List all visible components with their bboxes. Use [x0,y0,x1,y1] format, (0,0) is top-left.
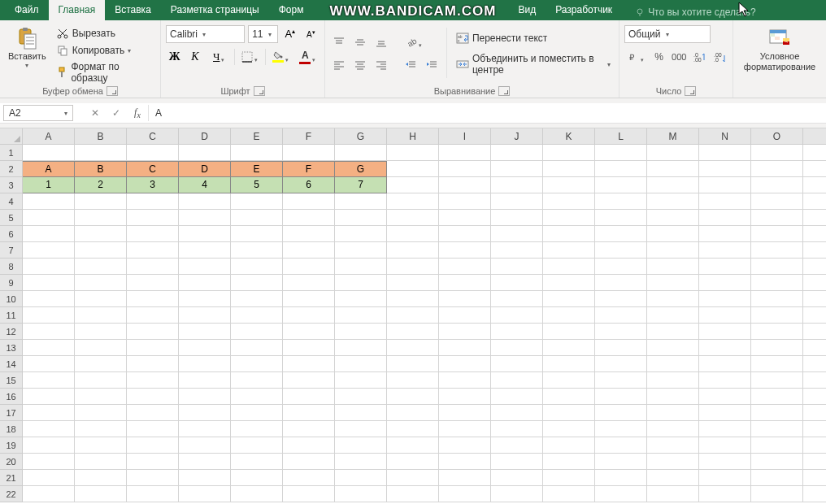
cell[interactable] [283,193,335,210]
cell[interactable] [23,275,75,291]
cell[interactable]: G [335,161,387,177]
cell[interactable] [699,356,751,372]
cell[interactable] [387,161,439,177]
cell[interactable] [179,389,231,405]
cell[interactable] [23,226,75,242]
cell[interactable] [335,275,387,291]
formula-input[interactable]: A [148,105,826,121]
row-header[interactable]: 12 [0,324,23,340]
cell[interactable] [439,356,491,372]
cell[interactable] [231,291,283,307]
comma-format-button[interactable]: 000 [671,48,688,66]
row-header[interactable]: 11 [0,307,23,324]
cell[interactable] [595,389,647,405]
cell[interactable] [699,242,751,259]
cell[interactable] [699,340,751,356]
cell[interactable] [179,437,231,454]
cell[interactable] [179,210,231,226]
cell[interactable] [595,177,647,193]
cell[interactable] [179,421,231,437]
cell[interactable] [179,486,231,502]
cell[interactable] [75,389,127,405]
cell[interactable]: 1 [23,177,75,193]
cell[interactable] [699,454,751,470]
cell[interactable] [491,145,543,161]
cell[interactable] [699,372,751,389]
cell[interactable] [751,226,803,242]
cell[interactable] [543,486,595,502]
cell[interactable] [387,307,439,324]
cell[interactable] [231,193,283,210]
column-header[interactable]: G [335,128,387,144]
cell[interactable] [647,324,699,340]
cell[interactable] [439,275,491,291]
row-header[interactable]: 18 [0,421,23,437]
cell[interactable] [439,259,491,275]
italic-button[interactable]: К [186,48,203,66]
cell[interactable] [335,437,387,454]
cell[interactable] [751,372,803,389]
cell[interactable] [491,405,543,421]
cell[interactable] [491,356,543,372]
cell[interactable] [751,437,803,454]
cell[interactable] [23,372,75,389]
cell[interactable] [803,291,826,307]
cell[interactable] [439,324,491,340]
cell[interactable] [751,275,803,291]
cell[interactable]: 7 [335,177,387,193]
select-all-button[interactable] [0,128,23,144]
cell[interactable] [127,340,179,356]
cell[interactable] [751,145,803,161]
align-center-button[interactable] [351,56,369,74]
cell[interactable] [127,437,179,454]
cell[interactable] [803,405,826,421]
cell[interactable] [335,226,387,242]
cell[interactable] [751,307,803,324]
cell[interactable] [543,470,595,486]
cell[interactable] [23,340,75,356]
cell[interactable] [491,421,543,437]
cell[interactable] [127,324,179,340]
cell[interactable] [387,421,439,437]
cell[interactable] [647,470,699,486]
cell[interactable] [647,161,699,177]
column-header[interactable]: J [491,128,543,144]
cell[interactable] [595,405,647,421]
cell[interactable] [803,324,826,340]
column-header[interactable]: L [595,128,647,144]
cell[interactable] [647,275,699,291]
cell[interactable] [23,307,75,324]
cell[interactable] [23,421,75,437]
cell[interactable] [803,193,826,210]
tab-file[interactable]: Файл [5,0,49,20]
cell[interactable] [439,161,491,177]
cell[interactable] [335,454,387,470]
align-top-button[interactable] [330,33,348,51]
decrease-decimal-button[interactable]: .00.0 [711,48,728,66]
tab-home[interactable]: Главная [49,0,106,20]
cell[interactable] [491,486,543,502]
cell[interactable] [595,372,647,389]
cut-button[interactable]: Вырезать [53,25,155,41]
cell[interactable] [23,145,75,161]
cell[interactable] [335,291,387,307]
cell[interactable] [595,161,647,177]
cell[interactable] [23,437,75,454]
cell[interactable] [75,259,127,275]
cell[interactable] [179,470,231,486]
cell[interactable] [283,145,335,161]
cell[interactable] [699,259,751,275]
cell[interactable] [647,372,699,389]
cell[interactable] [543,242,595,259]
cell[interactable] [23,486,75,502]
cell[interactable] [595,470,647,486]
cell[interactable] [283,340,335,356]
cell[interactable] [543,421,595,437]
font-dialog-launcher[interactable] [254,86,265,96]
cell[interactable] [751,242,803,259]
cell[interactable] [751,405,803,421]
accounting-format-button[interactable]: ₽ [624,48,647,66]
cell[interactable] [595,291,647,307]
cell[interactable] [595,210,647,226]
cell[interactable] [543,291,595,307]
